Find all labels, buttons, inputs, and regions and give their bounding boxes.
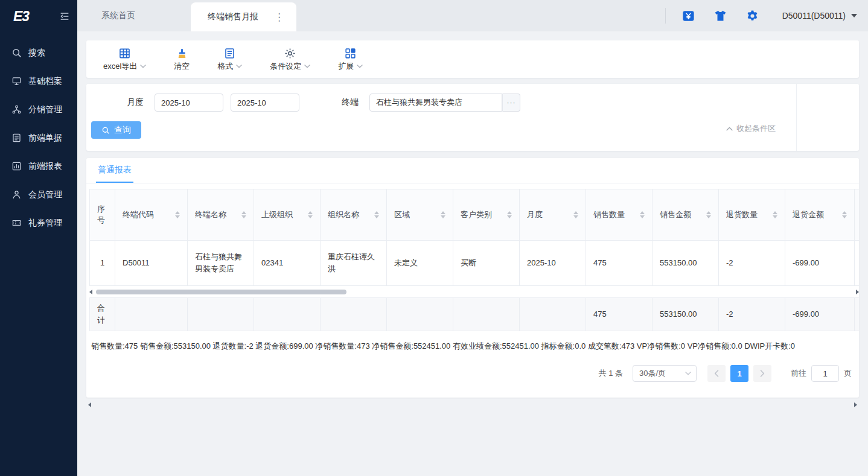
goto-suffix: 页 [844, 368, 852, 379]
terminal-input[interactable] [369, 94, 502, 112]
column-header-6[interactable]: 客户类别 [453, 189, 520, 241]
apparel-button[interactable] [713, 9, 727, 23]
total-table: 合计475553150.00-2-699.00473 [89, 297, 859, 331]
column-header-5[interactable]: 区域 [387, 189, 453, 241]
page-size-select[interactable]: 30条/页 [633, 365, 697, 382]
sidebar-item-2[interactable]: 分销管理 [0, 95, 77, 124]
sidebar-item-5[interactable]: 会员管理 [0, 180, 77, 209]
column-header-0: 序号 [90, 189, 115, 241]
total-cell: -2 [719, 298, 785, 331]
sidebar-item-0[interactable]: 搜索 [0, 39, 77, 67]
total-row: 合计475553150.00-2-699.00473 [90, 298, 860, 331]
table-cell: -2 [719, 241, 785, 286]
column-header-12[interactable]: 净销售数量 [855, 189, 860, 241]
sort-carets-icon[interactable] [706, 211, 711, 218]
column-header-4[interactable]: 组织名称 [321, 189, 387, 241]
format-doc-icon [223, 46, 236, 60]
table-cell: 553150.00 [653, 241, 719, 286]
scroll-left-icon[interactable] [89, 290, 92, 294]
table-horizontal-scrollbar[interactable] [89, 288, 859, 296]
next-page-button[interactable] [753, 365, 771, 382]
member-icon [11, 189, 22, 200]
sidebar-item-label: 前端单据 [28, 133, 62, 144]
scrollbar-track[interactable] [95, 289, 854, 295]
total-row-viewport: 合计475553150.00-2-699.00473 [89, 297, 859, 331]
toolbar-button-label: excel导出 [103, 61, 137, 72]
month-start-input[interactable] [155, 94, 223, 112]
table-cell: 重庆石柱谭久洪 [321, 241, 387, 286]
toolbar-button-3[interactable]: 条件设定 [270, 46, 310, 72]
sort-carets-icon[interactable] [374, 211, 379, 218]
prev-page-button[interactable] [707, 365, 726, 382]
sidebar-logo-row: E3 [0, 0, 77, 33]
terminal-lookup-button[interactable]: ··· [502, 94, 520, 112]
collapse-filter-link[interactable]: 收起条件区 [726, 123, 776, 134]
goto-label: 前往 [791, 368, 806, 379]
sort-carets-icon[interactable] [175, 211, 180, 218]
header-right: D50011(D50011) [665, 0, 868, 31]
column-header-7[interactable]: 月度 [520, 189, 586, 241]
column-header-3[interactable]: 上级组织 [254, 189, 321, 241]
column-header-1[interactable]: 终端代码 [115, 189, 188, 241]
query-button[interactable]: 查询 [91, 121, 141, 139]
more-vertical-icon[interactable]: ⋮ [274, 12, 284, 22]
scroll-right-icon[interactable] [856, 290, 859, 294]
column-header-9[interactable]: 销售金额 [653, 189, 719, 241]
user-menu[interactable]: D50011(D50011) [782, 11, 857, 21]
column-header-11[interactable]: 退货金额 [785, 189, 855, 241]
goto-page-input[interactable] [811, 365, 839, 382]
extend-grid-icon [344, 46, 357, 60]
distribution-icon [11, 104, 22, 115]
toolbar-button-label: 格式 [217, 61, 233, 72]
tab-label: 终端销售月报 [208, 11, 258, 22]
tab-0[interactable]: 系统首页 [77, 0, 159, 31]
sort-carets-icon[interactable] [507, 211, 512, 218]
app-logo: E3 [13, 8, 29, 25]
user-label: D50011(D50011) [782, 11, 846, 21]
clear-brush-icon [176, 46, 188, 60]
page-horizontal-scrollbar[interactable] [86, 399, 859, 410]
sidebar-item-4[interactable]: 前端报表 [0, 152, 77, 180]
sidebar-item-label: 基础档案 [28, 76, 62, 87]
sort-carets-icon[interactable] [842, 211, 847, 218]
sort-carets-icon[interactable] [573, 211, 578, 218]
sort-carets-icon[interactable] [441, 211, 445, 218]
chevron-up-icon [726, 127, 733, 131]
sort-carets-icon[interactable] [640, 211, 645, 218]
tab-normal-report[interactable]: 普通报表 [96, 158, 133, 183]
chevron-down-icon [357, 65, 363, 68]
search-icon [101, 126, 110, 135]
toolbar-button-label: 清空 [174, 61, 190, 72]
sidebar-nav: 搜索基础档案分销管理前端单据前端报表会员管理礼券管理 [0, 33, 77, 237]
tab-1[interactable]: 终端销售月报⋮ [191, 2, 296, 31]
sort-carets-icon[interactable] [241, 211, 246, 218]
toolbar-button-0[interactable]: excel导出 [103, 46, 146, 72]
scrollbar-thumb[interactable] [96, 290, 346, 294]
terminal-input-group: ··· [369, 94, 520, 112]
month-end-input[interactable] [231, 94, 299, 112]
wallet-icon [681, 9, 695, 23]
sidebar-item-1[interactable]: 基础档案 [0, 67, 77, 95]
total-cell [387, 298, 453, 331]
toolbar-button-1[interactable]: 清空 [174, 46, 190, 72]
sort-carets-icon[interactable] [773, 211, 777, 218]
settings-button[interactable] [745, 9, 759, 23]
sidebar-item-3[interactable]: 前端单据 [0, 124, 77, 152]
table-row[interactable]: 1D50011石柱与狼共舞男装专卖店02341重庆石柱谭久洪未定义买断2025-… [90, 241, 860, 286]
terminal-filter-label: 终端 [342, 97, 359, 108]
page-1-button[interactable]: 1 [730, 365, 748, 382]
sidebar-collapse-button[interactable] [59, 11, 70, 22]
column-header-2[interactable]: 终端名称 [188, 189, 254, 241]
wallet-button[interactable] [681, 9, 695, 23]
scroll-left-icon[interactable] [88, 402, 91, 407]
sidebar-item-6[interactable]: 礼券管理 [0, 209, 77, 237]
column-header-10[interactable]: 退货数量 [719, 189, 785, 241]
scroll-right-icon[interactable] [854, 402, 857, 407]
chevron-down-icon [140, 65, 146, 68]
total-cell [115, 298, 188, 331]
toolbar-button-2[interactable]: 格式 [217, 46, 242, 72]
toolbar-button-4[interactable]: 扩展 [338, 46, 363, 72]
column-header-8[interactable]: 销售数量 [586, 189, 653, 241]
sort-carets-icon[interactable] [308, 211, 313, 218]
toolbar-button-label: 条件设定 [270, 61, 301, 72]
